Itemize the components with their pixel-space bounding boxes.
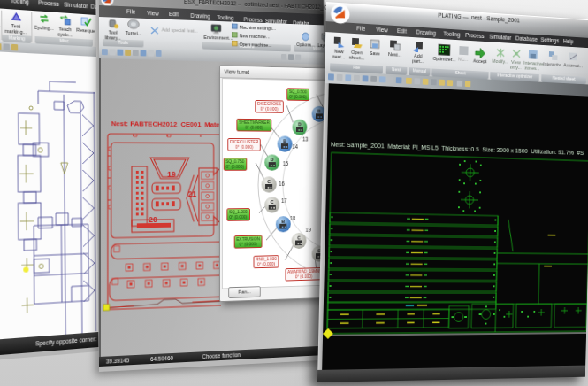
svg-text:20: 20 [149,215,157,224]
svg-text:19: 19 [167,170,175,179]
svg-text:21: 21 [188,189,196,198]
svg-text:Nest: Sample_2001 Material: P: Nest: Sample_2001 Material: PI_MS L5 Thi… [331,141,584,157]
svg-text:Nest: FABTECH2012_CE001 Mater: Nest: FABTECH2012_CE001 Material: [111,120,232,128]
